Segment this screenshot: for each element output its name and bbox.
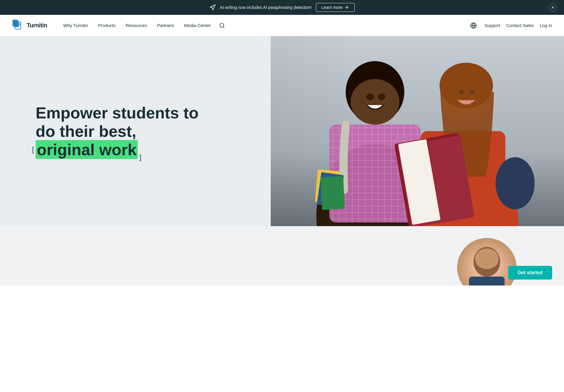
close-icon bbox=[551, 5, 555, 9]
logo-link[interactable]: Turnitin bbox=[12, 19, 47, 32]
megaphone-icon bbox=[209, 4, 216, 11]
arrow-right-icon bbox=[344, 5, 349, 10]
nav-item-media-center[interactable]: Media Center bbox=[180, 20, 215, 30]
globe-icon bbox=[470, 22, 477, 29]
bracket-right: ] bbox=[139, 153, 141, 161]
highlight-wrapper: [ original work ] bbox=[36, 140, 138, 159]
bracket-left: [ bbox=[32, 145, 34, 154]
bottom-person-avatar bbox=[457, 238, 517, 285]
hero-image bbox=[271, 36, 564, 226]
navbar: Turnitin Why Turnitin Products Resources… bbox=[0, 15, 564, 36]
search-button[interactable] bbox=[217, 20, 227, 31]
nav-item-resources[interactable]: Resources bbox=[122, 20, 151, 30]
svg-rect-36 bbox=[271, 36, 564, 226]
nav-item-partners[interactable]: Partners bbox=[153, 20, 178, 30]
svg-line-7 bbox=[223, 26, 224, 28]
svg-rect-39 bbox=[469, 277, 505, 285]
bottom-circle-image bbox=[457, 238, 517, 285]
support-link[interactable]: Support bbox=[484, 23, 500, 28]
close-announcement-button[interactable] bbox=[549, 3, 557, 12]
navbar-right: Support Contact Sales Log In bbox=[468, 20, 552, 31]
below-hero-section: Get started bbox=[0, 226, 564, 285]
language-selector-button[interactable] bbox=[468, 20, 479, 31]
main-nav: Why Turnitin Products Resources Partners… bbox=[59, 20, 468, 31]
contact-sales-link[interactable]: Contact Sales bbox=[506, 23, 534, 28]
svg-point-38 bbox=[475, 248, 499, 269]
announcement-bar: AI writing now includes AI paraphrasing … bbox=[0, 0, 564, 15]
hero-section: Empower students to do their best, [ ori… bbox=[0, 36, 564, 226]
log-in-link[interactable]: Log In bbox=[540, 23, 552, 28]
turnitin-wordmark: Turnitin bbox=[27, 22, 47, 29]
hero-content: Empower students to do their best, [ ori… bbox=[0, 36, 310, 226]
nav-item-products[interactable]: Products bbox=[94, 20, 120, 30]
search-icon bbox=[219, 23, 225, 28]
turnitin-logo-icon bbox=[12, 19, 25, 32]
learn-more-button[interactable]: Learn more bbox=[316, 3, 355, 12]
hero-highlighted-text: original work bbox=[36, 140, 138, 159]
nav-item-why-turnitin[interactable]: Why Turnitin bbox=[59, 20, 92, 30]
hero-heading: Empower students to do their best, [ ori… bbox=[36, 104, 292, 159]
cta-button-partial[interactable]: Get started bbox=[508, 266, 552, 280]
hero-photo-svg bbox=[271, 36, 564, 226]
announcement-text: AI writing now includes AI paraphrasing … bbox=[220, 5, 312, 10]
